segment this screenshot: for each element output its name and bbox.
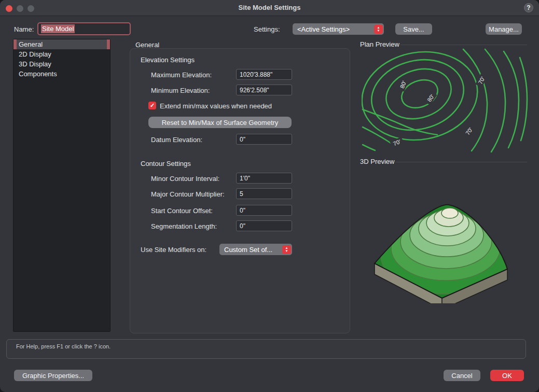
three-d-preview-title: 3D Preview bbox=[360, 158, 394, 165]
help-text: For Help, press F1 or click the ? icon. bbox=[16, 343, 110, 349]
contour-settings-heading: Contour Settings bbox=[141, 160, 191, 167]
three-d-preview-image bbox=[368, 174, 524, 303]
reset-minmax-button[interactable]: Reset to Min/Max of Surface Geometry bbox=[148, 117, 292, 128]
major-contour-multiplier-input[interactable]: 5 bbox=[236, 188, 292, 199]
panel-title: General bbox=[135, 41, 159, 49]
manage-button[interactable]: Manage... bbox=[486, 23, 522, 35]
sidebar-item-2d-display[interactable]: 2D Display bbox=[13, 49, 110, 59]
settings-dropdown[interactable]: <Active Settings> ▲▼ bbox=[293, 23, 384, 35]
help-icon[interactable]: ? bbox=[524, 3, 533, 12]
window-title: Site Model Settings bbox=[0, 4, 539, 11]
plan-preview-title: Plan Preview bbox=[360, 40, 399, 48]
use-site-modifiers-value: Custom Set of... bbox=[224, 246, 272, 254]
name-label: Name: bbox=[14, 25, 34, 33]
start-contour-offset-input[interactable]: 0" bbox=[236, 205, 292, 216]
checkmark-icon: ✓ bbox=[150, 103, 155, 108]
chevron-up-down-icon: ▲▼ bbox=[282, 245, 291, 254]
minimum-elevation-input[interactable]: 926'2.508" bbox=[236, 85, 292, 95]
use-site-modifiers-label: Use Site Modifiers on: bbox=[141, 246, 206, 254]
ok-button[interactable]: OK bbox=[490, 370, 524, 381]
sidebar-item-general[interactable]: General bbox=[13, 39, 110, 49]
category-list: General 2D Display 3D Display Components bbox=[13, 39, 110, 332]
three-d-preview-rule bbox=[395, 162, 527, 162]
sidebar-item-3d-display[interactable]: 3D Display bbox=[13, 59, 110, 69]
maximum-elevation-label: Maximum Elevation: bbox=[151, 71, 212, 79]
name-input-selected-text: Site Model bbox=[41, 24, 75, 33]
plan-preview-rule bbox=[400, 45, 527, 45]
start-contour-offset-label: Start Contour Offset: bbox=[151, 207, 213, 215]
segmentation-length-label: Segmentation Length: bbox=[151, 222, 217, 230]
datum-elevation-label: Datum Elevation: bbox=[151, 136, 202, 144]
sidebar-item-components[interactable]: Components bbox=[13, 69, 110, 79]
site-model-settings-dialog: Site Model Settings ? Name: Site Model S… bbox=[0, 0, 539, 392]
graphic-properties-button[interactable]: Graphic Properties... bbox=[14, 370, 92, 381]
settings-label: Settings: bbox=[254, 25, 280, 33]
name-input[interactable]: Site Model bbox=[37, 22, 131, 35]
maximum-elevation-input[interactable]: 1020'3.888" bbox=[236, 69, 292, 80]
minor-contour-interval-label: Minor Contour Interval: bbox=[151, 175, 219, 183]
settings-dropdown-value: <Active Settings> bbox=[297, 25, 350, 33]
chevron-up-down-icon: ▲▼ bbox=[374, 25, 383, 34]
plan-preview-image: 80' 80' 70' 70' 70' bbox=[362, 48, 529, 155]
minimum-elevation-label: Minimum Elevation: bbox=[151, 87, 210, 94]
cancel-button[interactable]: Cancel bbox=[444, 370, 480, 381]
minor-contour-interval-input[interactable]: 1'0" bbox=[236, 173, 292, 184]
extend-minmax-checkbox[interactable]: ✓ bbox=[148, 102, 156, 109]
datum-elevation-input[interactable]: 0" bbox=[236, 134, 292, 145]
elevation-settings-heading: Elevation Settings bbox=[141, 56, 195, 64]
extend-minmax-label: Extend min/max values when needed bbox=[160, 102, 272, 110]
segmentation-length-input[interactable]: 0" bbox=[236, 220, 292, 231]
title-bar: Site Model Settings ? bbox=[0, 0, 539, 16]
help-text-box: For Help, press F1 or click the ? icon. bbox=[6, 339, 526, 359]
major-contour-multiplier-label: Major Contour Multiplier: bbox=[151, 190, 225, 198]
use-site-modifiers-dropdown[interactable]: Custom Set of... ▲▼ bbox=[219, 244, 292, 255]
save-button[interactable]: Save... bbox=[395, 23, 432, 35]
